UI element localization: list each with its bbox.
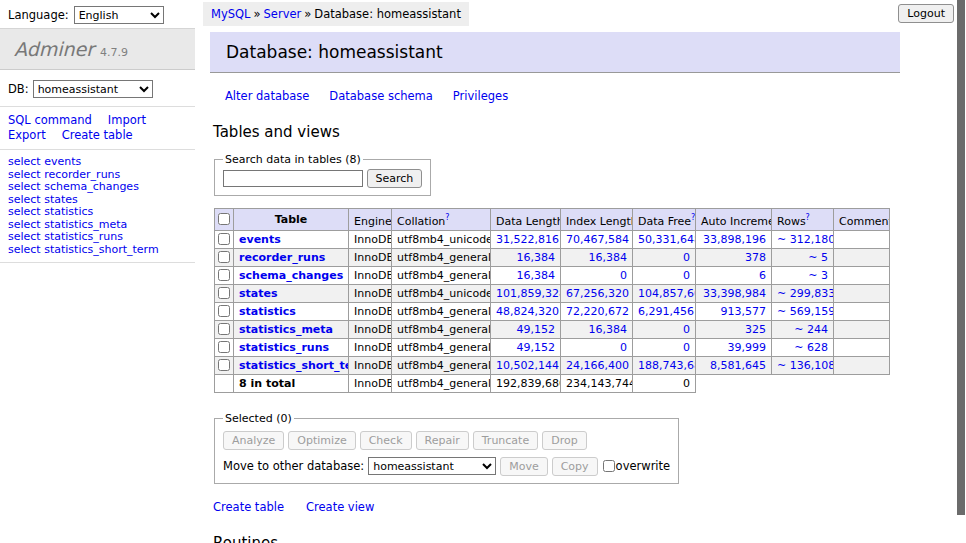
sidebar-action-link[interactable]: Create table <box>62 128 133 142</box>
select-all-checkbox[interactable] <box>218 213 230 225</box>
index-length-cell: 0 <box>561 338 633 356</box>
breadcrumb-link-server[interactable]: Server <box>264 7 302 21</box>
data-length-link[interactable]: 48,824,320 <box>496 305 559 318</box>
data-length-link[interactable]: 49,152 <box>517 323 556 336</box>
table-name-link[interactable]: recorder_runs <box>239 251 325 264</box>
check-button[interactable]: Check <box>360 431 412 450</box>
sidebar-action-link[interactable]: Export <box>8 128 46 142</box>
row-checkbox[interactable] <box>218 341 230 353</box>
rows-link[interactable]: ~ 244 <box>794 323 828 336</box>
index-length-link[interactable]: 0 <box>620 341 627 354</box>
column-help-link[interactable]: ? <box>691 213 695 222</box>
auto-increment-link[interactable]: 913,577 <box>721 305 767 318</box>
database-action-link[interactable]: Privileges <box>453 89 508 103</box>
table-name-link[interactable]: states <box>239 287 278 300</box>
rows-link[interactable]: ~ 5 <box>808 251 828 264</box>
data-free-link[interactable]: 188,743,680 <box>638 359 696 372</box>
rows-link[interactable]: ~ 299,833 <box>777 287 834 300</box>
row-checkbox[interactable] <box>218 251 230 263</box>
index-length-link[interactable]: 70,467,584 <box>566 233 629 246</box>
index-length-link[interactable]: 16,384 <box>589 251 628 264</box>
create-link[interactable]: Create table <box>213 500 284 514</box>
scrollbar-track[interactable] <box>956 0 966 543</box>
logout-button[interactable]: Logout <box>898 4 954 23</box>
copy-button[interactable]: Copy <box>552 457 598 476</box>
row-checkbox[interactable] <box>218 305 230 317</box>
selected-area: Selected (0) AnalyzeOptimizeCheckRepairT… <box>214 412 900 484</box>
row-checkbox[interactable] <box>218 269 230 281</box>
sidebar-select-link[interactable]: select schema_changes <box>8 181 187 194</box>
data-length-link[interactable]: 16,384 <box>517 251 556 264</box>
data-free-link[interactable]: 50,331,648 <box>638 233 696 246</box>
index-length-link[interactable]: 72,220,672 <box>566 305 629 318</box>
move-database-select[interactable]: homeassistant <box>368 457 496 475</box>
auto-increment-link[interactable]: 378 <box>745 251 766 264</box>
drop-button[interactable]: Drop <box>542 431 586 450</box>
data-free-link[interactable]: 104,857,600 <box>638 287 696 300</box>
search-button[interactable]: Search <box>367 169 423 188</box>
auto-increment-link[interactable]: 39,999 <box>728 341 767 354</box>
data-length-link[interactable]: 31,522,816 <box>496 233 559 246</box>
index-length-link[interactable]: 67,256,320 <box>566 287 629 300</box>
data-free-link[interactable]: 0 <box>683 251 690 264</box>
database-action-link[interactable]: Alter database <box>225 89 309 103</box>
data-length-link[interactable]: 16,384 <box>517 269 556 282</box>
rows-link[interactable]: ~ 3 <box>808 269 828 282</box>
collation-cell: utf8mb4_general_ci <box>392 248 491 266</box>
optimize-button[interactable]: Optimize <box>288 431 355 450</box>
rows-link[interactable]: ~ 136,108 <box>777 359 834 372</box>
sidebar-select-link[interactable]: select statistics <box>8 206 187 219</box>
index-length-link[interactable]: 16,384 <box>589 323 628 336</box>
rows-cell: ~ 628 <box>772 338 834 356</box>
table-name-link[interactable]: statistics_runs <box>239 341 329 354</box>
data-free-link[interactable]: 0 <box>683 341 690 354</box>
truncate-button[interactable]: Truncate <box>473 431 538 450</box>
repair-button[interactable]: Repair <box>416 431 469 450</box>
table-name-link[interactable]: events <box>239 233 281 246</box>
overwrite-checkbox[interactable] <box>603 460 615 472</box>
data-length-cell: 49,152 <box>491 338 561 356</box>
table-name-link[interactable]: statistics <box>239 305 296 318</box>
row-checkbox[interactable] <box>218 359 230 371</box>
sidebar-select-link[interactable]: select statistics_short_term <box>8 244 187 257</box>
db-select[interactable]: homeassistant <box>33 80 153 98</box>
sidebar-action-link[interactable]: SQL command <box>8 113 92 127</box>
analyze-button[interactable]: Analyze <box>223 431 284 450</box>
search-input[interactable] <box>223 170 363 187</box>
sidebar-select-link[interactable]: select events <box>8 156 187 169</box>
data-length-link[interactable]: 10,502,144 <box>496 359 559 372</box>
language-select[interactable]: English <box>74 6 164 24</box>
create-link[interactable]: Create view <box>306 500 374 514</box>
move-button[interactable]: Move <box>500 457 548 476</box>
table-name-link[interactable]: schema_changes <box>239 269 343 282</box>
index-length-link[interactable]: 0 <box>620 269 627 282</box>
row-checkbox[interactable] <box>218 233 230 245</box>
data-length-cell: 10,502,144 <box>491 356 561 374</box>
data-free-link[interactable]: 0 <box>683 269 690 282</box>
auto-increment-link[interactable]: 6 <box>759 269 766 282</box>
rows-link[interactable]: ~ 312,180 <box>777 233 834 246</box>
sidebar-select-link[interactable]: select statistics_runs <box>8 231 187 244</box>
sidebar-action-link[interactable]: Import <box>108 113 146 127</box>
rows-link[interactable]: ~ 569,159 <box>777 305 834 318</box>
data-length-link[interactable]: 49,152 <box>517 341 556 354</box>
table-name-link[interactable]: statistics_meta <box>239 323 333 336</box>
auto-increment-link[interactable]: 33,398,984 <box>703 287 766 300</box>
rows-link[interactable]: ~ 628 <box>794 341 828 354</box>
index-length-link[interactable]: 24,166,400 <box>566 359 629 372</box>
breadcrumb-link-mysql[interactable]: MySQL <box>211 7 251 21</box>
row-checkbox[interactable] <box>218 323 230 335</box>
scrollbar-thumb[interactable] <box>957 0 965 515</box>
data-free-link[interactable]: 0 <box>683 323 690 336</box>
data-length-link[interactable]: 101,859,328 <box>496 287 561 300</box>
database-action-link[interactable]: Database schema <box>329 89 432 103</box>
auto-increment-link[interactable]: 33,898,196 <box>703 233 766 246</box>
total-engine-cell: InnoDB <box>349 374 392 392</box>
row-checkbox[interactable] <box>218 287 230 299</box>
auto-increment-link[interactable]: 325 <box>745 323 766 336</box>
auto-increment-link[interactable]: 8,581,645 <box>710 359 766 372</box>
data-free-link[interactable]: 6,291,456 <box>638 305 694 318</box>
column-help-link[interactable]: ? <box>445 213 449 222</box>
table-name-link[interactable]: statistics_short_term <box>239 359 349 372</box>
column-help-link[interactable]: ? <box>806 213 810 222</box>
